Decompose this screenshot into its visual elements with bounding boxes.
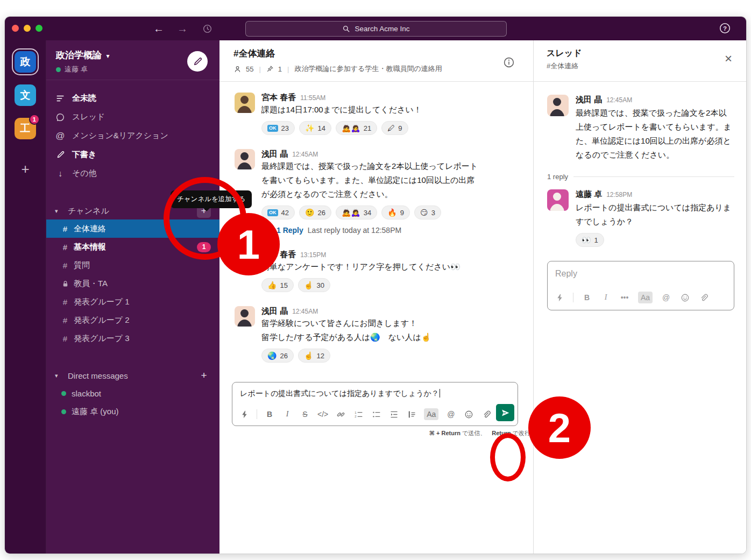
- toolbar-quote-button[interactable]: [406, 408, 417, 420]
- message-author[interactable]: 遠藤 卓: [576, 189, 602, 200]
- reaction-count: 1: [594, 236, 598, 244]
- sidebar-item-mentions[interactable]: @メンション&リアクション: [46, 126, 219, 145]
- toolbar-ellipsis-button[interactable]: •••: [619, 292, 630, 303]
- message-author[interactable]: 浅田 晶: [261, 306, 288, 316]
- channel-title[interactable]: #全体連絡: [233, 47, 522, 60]
- dm-item[interactable]: slackbot: [46, 384, 219, 402]
- message-header: 浅田 晶12:45AM: [261, 149, 523, 159]
- history-clock-icon[interactable]: [200, 21, 215, 36]
- reaction-pill[interactable]: ✨14: [299, 121, 331, 135]
- zoom-window-button[interactable]: [36, 25, 42, 32]
- channel-info-icon[interactable]: [503, 56, 515, 68]
- toolbar-mention-button[interactable]: @: [661, 292, 671, 303]
- channel-item[interactable]: 教員・TA: [46, 274, 219, 293]
- reaction-pill[interactable]: 👀1: [576, 233, 604, 247]
- toolbar-italic-button[interactable]: I: [600, 292, 611, 303]
- reaction-pill[interactable]: 🙂26: [299, 205, 331, 219]
- minimize-window-button[interactable]: [24, 25, 31, 32]
- sidebar-nav: 全未読スレッド@メンション&リアクション下書き↓その他: [46, 89, 219, 183]
- toolbar-emoji-button[interactable]: [679, 292, 690, 303]
- message-timestamp[interactable]: 12:58PM: [606, 191, 632, 199]
- reaction-pill[interactable]: 🙇🙇‍♀️34: [336, 205, 377, 219]
- dm-item[interactable]: 遠藤 卓 (you): [46, 402, 219, 421]
- close-icon[interactable]: ×: [725, 52, 732, 65]
- toolbar-mention-button[interactable]: @: [445, 408, 456, 420]
- message-text: 留学経験について皆さんにお聞きします！: [261, 316, 523, 330]
- message-author[interactable]: 浅田 晶: [576, 95, 602, 105]
- message-author[interactable]: 宮本 春香: [261, 93, 296, 103]
- toolbar-bold-button[interactable]: B: [264, 408, 275, 420]
- reaction-pill[interactable]: OK42: [261, 205, 295, 219]
- message-text: 最終課題では、授業で扱った論文を2本以上使ってレポートを書いてもらいます。また、…: [576, 106, 734, 162]
- channel-item[interactable]: #質問: [46, 256, 219, 274]
- toolbar-link-button[interactable]: [335, 408, 346, 420]
- toolbar-ordered-list-button[interactable]: 12: [353, 408, 364, 420]
- reaction-pill[interactable]: 🔥9: [381, 205, 410, 219]
- search-input[interactable]: Search Acme Inc: [245, 21, 507, 37]
- send-button[interactable]: [496, 404, 514, 421]
- section-chevron-icon: ▾: [55, 372, 62, 379]
- toolbar-format-button[interactable]: Aa: [638, 292, 653, 303]
- toolbar-attach-button[interactable]: [698, 292, 709, 303]
- thread-summary[interactable]: 1 ReplyLast reply today at 12:58PM: [261, 225, 523, 236]
- toolbar-shortcuts-button[interactable]: [239, 408, 250, 420]
- sidebar-item-unreads[interactable]: 全未読: [46, 89, 219, 108]
- svg-text:?: ?: [723, 25, 727, 32]
- toolbar-emoji-button[interactable]: [463, 408, 474, 420]
- message-composer[interactable]: レポートの提出書式については指定ありますでしょうか？ BIS</>12Aa@: [232, 382, 518, 426]
- channel-item[interactable]: #発表グループ 1: [46, 293, 219, 311]
- reaction-emoji: 🔥: [387, 209, 396, 216]
- toolbar-format-button[interactable]: Aa: [424, 408, 438, 420]
- message-timestamp[interactable]: 12:45AM: [292, 151, 318, 158]
- new-message-button[interactable]: [187, 51, 208, 72]
- reaction-pill[interactable]: ☝️30: [298, 278, 330, 292]
- channel-topic[interactable]: 政治学概論に参加する学生・教職員間の連絡用: [294, 64, 442, 74]
- reaction-pill[interactable]: 🌏26: [261, 349, 294, 363]
- workspace-button-1[interactable]: 政: [15, 51, 36, 73]
- reply-input[interactable]: Reply: [548, 261, 734, 287]
- message-timestamp[interactable]: 12:45AM: [292, 308, 318, 315]
- toolbar-shortcuts-button[interactable]: [554, 292, 565, 303]
- close-window-button[interactable]: [12, 25, 19, 32]
- sidebar-item-drafts[interactable]: 下書き: [46, 145, 219, 164]
- toolbar-strikethrough-button[interactable]: S: [300, 408, 310, 420]
- thread-channel[interactable]: #全体連絡: [547, 61, 735, 71]
- workspace-button-2[interactable]: 文: [15, 84, 36, 106]
- add-workspace-button[interactable]: +: [21, 161, 29, 178]
- reaction-pill[interactable]: OK23: [261, 121, 295, 135]
- toolbar-bold-button[interactable]: B: [582, 292, 592, 303]
- reaction-count: 23: [281, 124, 289, 132]
- reaction-emoji: ☝️: [304, 352, 313, 359]
- sidebar-item-threads[interactable]: スレッド: [46, 108, 219, 126]
- reaction-pill[interactable]: 🙇🙇‍♀️21: [336, 121, 377, 135]
- reaction-pill[interactable]: 🖊9: [381, 121, 408, 135]
- toolbar-bullet-list-button[interactable]: [371, 408, 381, 420]
- message-timestamp[interactable]: 13:15PM: [300, 251, 326, 259]
- reaction-pill[interactable]: 😏3: [414, 205, 441, 219]
- workspace-header[interactable]: 政治学概論 ▾ 遠藤 卓: [46, 40, 219, 80]
- message-author[interactable]: 浅田 晶: [261, 149, 288, 159]
- history-forward-icon[interactable]: →: [175, 21, 190, 36]
- message-timestamp[interactable]: 11:55AM: [300, 94, 325, 102]
- member-count[interactable]: 55: [246, 65, 253, 73]
- reaction-pill[interactable]: 👍15: [261, 278, 294, 292]
- history-back-icon[interactable]: ←: [151, 21, 166, 36]
- dm-header[interactable]: ▾ Direct messages +: [46, 367, 219, 384]
- workspace-button-3[interactable]: 工1: [15, 118, 36, 139]
- message-timestamp[interactable]: 12:45AM: [606, 96, 632, 104]
- toolbar-code-button[interactable]: </>: [317, 408, 328, 420]
- reaction-pill[interactable]: ☝️12: [298, 349, 330, 363]
- toolbar-indent-button[interactable]: [388, 408, 399, 420]
- toolbar-italic-button[interactable]: I: [282, 408, 293, 420]
- help-icon[interactable]: ?: [719, 22, 731, 34]
- reaction-emoji: 👀: [582, 236, 591, 244]
- channel-item[interactable]: #発表グループ 2: [46, 311, 219, 329]
- channel-item[interactable]: #発表グループ 3: [46, 329, 219, 348]
- reply-link[interactable]: 1 Reply: [277, 226, 303, 235]
- sidebar-item-label: 下書き: [72, 150, 96, 160]
- toolbar-attach-button[interactable]: [481, 408, 492, 420]
- thread-reply-composer[interactable]: Reply BI•••Aa@: [547, 261, 734, 310]
- composer-input[interactable]: レポートの提出書式については指定ありますでしょうか？: [232, 382, 518, 404]
- pin-count[interactable]: 1: [278, 65, 282, 73]
- add-dm-button[interactable]: +: [197, 368, 211, 382]
